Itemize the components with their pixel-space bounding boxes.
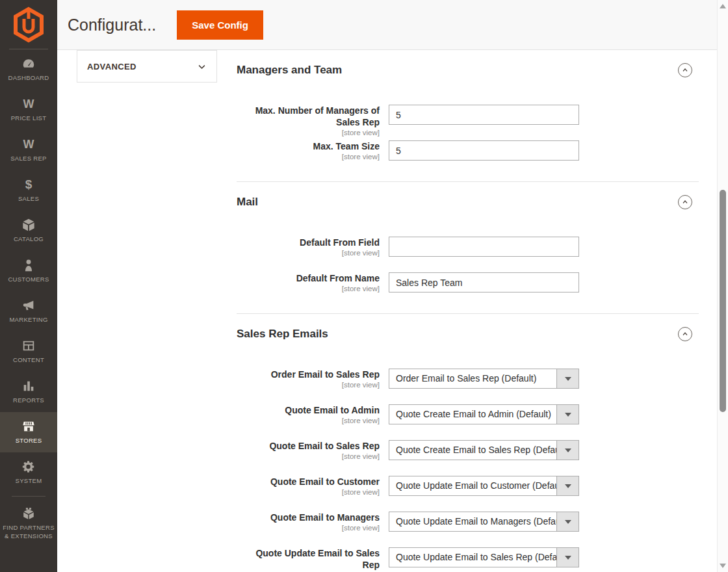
- field-default-from-field: Default From Field [store view]: [237, 237, 699, 258]
- field-scope-note: [store view]: [237, 128, 380, 137]
- max-team-size-input[interactable]: [389, 140, 579, 161]
- chevron-up-icon: [681, 66, 689, 74]
- field-label: Quote Email to Admin: [237, 404, 380, 416]
- sidebar-item-label: SALES REP: [9, 155, 48, 163]
- quote-update-email-sales-rep-select[interactable]: Quote Update Email to Sales Rep (Default…: [389, 547, 579, 567]
- field-order-email-sales-rep: Order Email to Sales Rep [store view] Or…: [237, 369, 699, 390]
- field-label: Order Email to Sales Rep: [237, 369, 380, 380]
- person-icon: [21, 258, 36, 272]
- field-max-managers: Max. Number of Managers of Sales Rep [st…: [237, 105, 699, 126]
- scrollbar-thumb[interactable]: [720, 190, 726, 412]
- default-from-field-input[interactable]: [389, 237, 579, 257]
- sidebar-item-label: STORES: [14, 437, 44, 445]
- select-value: Quote Create Email to Sales Rep (Default…: [396, 441, 556, 460]
- sales-rep-icon: W: [23, 137, 34, 151]
- field-scope-note: [store view]: [237, 380, 380, 389]
- section-title: Mail: [237, 196, 258, 209]
- sidebar-item-label: SYSTEM: [14, 477, 44, 486]
- field-default-from-name: Default From Name [store view]: [237, 272, 699, 294]
- sidebar: DASHBOARD W PRICE LIST W SALES REP $ SAL…: [0, 0, 57, 572]
- config-nav-advanced[interactable]: ADVANCED: [77, 50, 217, 83]
- save-config-button[interactable]: Save Config: [177, 10, 263, 40]
- extension-brick-icon: [21, 506, 36, 521]
- sidebar-item-marketing[interactable]: MARKETING: [0, 291, 57, 332]
- vertical-scrollbar[interactable]: [717, 0, 728, 572]
- section-sales-rep-emails: Sales Rep Emails Order Email to Sales Re…: [237, 314, 699, 569]
- megaphone-icon: [21, 298, 36, 313]
- sidebar-item-system[interactable]: SYSTEM: [0, 452, 57, 493]
- field-label: Max. Team Size: [237, 140, 380, 152]
- gear-icon: [21, 460, 36, 474]
- field-quote-email-admin: Quote Email to Admin [store view] Quote …: [237, 404, 699, 426]
- field-label: Default From Field: [237, 237, 380, 248]
- quote-email-managers-select[interactable]: Quote Update Email to Managers (Default): [389, 512, 579, 532]
- quote-email-customer-select[interactable]: Quote Update Email to Customer (Default): [389, 476, 579, 496]
- sidebar-item-price-list[interactable]: W PRICE LIST: [0, 90, 57, 130]
- sidebar-item-label: CATALOG: [12, 235, 45, 244]
- select-value: Quote Create Email to Admin (Default): [396, 405, 556, 424]
- field-quote-email-customer: Quote Email to Customer [store view] Quo…: [237, 476, 699, 497]
- quote-email-sales-rep-select[interactable]: Quote Create Email to Sales Rep (Default…: [389, 440, 579, 460]
- caret-down-icon: [556, 441, 578, 460]
- magento-logo-icon: [12, 6, 45, 43]
- sidebar-item-label: DASHBOARD: [7, 74, 51, 83]
- collapse-section-button[interactable]: [678, 195, 692, 209]
- sidebar-item-label: FIND PARTNERS & EXTENSIONS: [0, 524, 57, 541]
- box-icon: [21, 218, 36, 232]
- sidebar-divider: [12, 496, 46, 497]
- collapse-section-button[interactable]: [678, 63, 692, 77]
- section-title: Managers and Team: [237, 64, 342, 77]
- caret-down-icon: [556, 476, 578, 495]
- sidebar-item-label: CONTENT: [12, 356, 46, 365]
- field-label: Max. Number of Managers of Sales Rep: [237, 105, 380, 128]
- sidebar-item-customers[interactable]: CUSTOMERS: [0, 251, 57, 291]
- sidebar-item-label: PRICE LIST: [10, 114, 48, 123]
- select-value: Quote Update Email to Customer (Default): [396, 476, 556, 495]
- max-managers-input[interactable]: [389, 105, 579, 125]
- order-email-sales-rep-select[interactable]: Order Email to Sales Rep (Default): [389, 369, 579, 389]
- sidebar-item-content[interactable]: CONTENT: [0, 332, 57, 372]
- field-max-team-size: Max. Team Size [store view]: [237, 140, 699, 162]
- scroll-down-arrow-icon[interactable]: [720, 564, 726, 568]
- quote-email-admin-select[interactable]: Quote Create Email to Admin (Default): [389, 404, 579, 424]
- field-label: Default From Name: [237, 272, 380, 284]
- sidebar-item-stores[interactable]: STORES: [0, 412, 57, 452]
- field-quote-email-sales-rep: Quote Email to Sales Rep [store view] Qu…: [237, 440, 699, 462]
- sidebar-item-reports[interactable]: REPORTS: [0, 372, 57, 412]
- dollar-icon: $: [25, 177, 32, 192]
- scroll-up-arrow-icon[interactable]: [720, 4, 726, 8]
- caret-down-icon: [556, 512, 578, 531]
- config-nav-advanced-label: ADVANCED: [87, 62, 136, 72]
- field-label: Quote Update Email to Sales Rep: [237, 547, 380, 571]
- magento-logo[interactable]: [0, 0, 57, 49]
- dashboard-icon: [21, 57, 36, 71]
- section-title: Sales Rep Emails: [237, 328, 328, 341]
- sidebar-item-label: REPORTS: [12, 396, 46, 405]
- field-scope-note: [store view]: [237, 523, 380, 532]
- sidebar-item-find-partners[interactable]: FIND PARTNERS & EXTENSIONS: [0, 500, 57, 547]
- chevron-down-icon: [197, 62, 207, 72]
- field-scope-note: [store view]: [237, 416, 380, 425]
- field-quote-update-email-sales-rep: Quote Update Email to Sales Rep [store v…: [237, 547, 699, 569]
- field-label: Quote Email to Customer: [237, 476, 380, 488]
- sidebar-item-sales-rep[interactable]: W SALES REP: [0, 130, 57, 170]
- storefront-icon: [21, 419, 36, 434]
- field-quote-email-managers: Quote Email to Managers [store view] Quo…: [237, 512, 699, 533]
- default-from-name-input[interactable]: [389, 272, 579, 292]
- sidebar-item-catalog[interactable]: CATALOG: [0, 211, 57, 251]
- chevron-up-icon: [681, 330, 689, 338]
- sidebar-item-sales[interactable]: $ SALES: [0, 170, 57, 211]
- caret-down-icon: [556, 405, 578, 424]
- select-value: Quote Update Email to Sales Rep (Default…: [396, 548, 556, 567]
- content-area: ADVANCED Managers and Team Max. Number o…: [57, 50, 717, 572]
- sidebar-item-dashboard[interactable]: DASHBOARD: [0, 49, 57, 90]
- field-scope-note: [store view]: [237, 248, 380, 257]
- field-scope-note: [store view]: [237, 488, 380, 497]
- field-scope-note: [store view]: [237, 284, 380, 293]
- price-list-icon: W: [23, 97, 34, 111]
- field-scope-note: [store view]: [237, 152, 380, 161]
- collapse-section-button[interactable]: [678, 327, 692, 341]
- sidebar-item-label: SALES: [17, 195, 40, 203]
- layout-icon: [21, 339, 36, 353]
- sidebar-item-label: CUSTOMERS: [6, 276, 50, 284]
